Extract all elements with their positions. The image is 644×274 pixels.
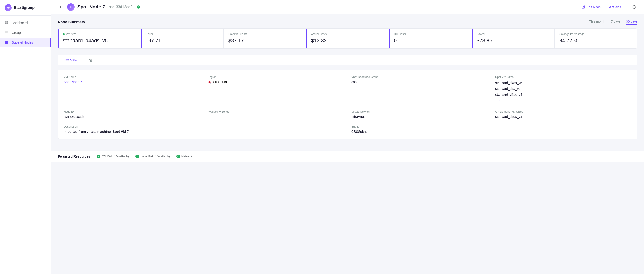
spot-vm-sizes-more[interactable]: +13 (495, 99, 500, 102)
detail-empty-1 (208, 125, 344, 134)
dashboard-icon (5, 21, 9, 25)
node-id-label: Node ID (64, 110, 200, 113)
svg-rect-10 (5, 42, 8, 43)
node-id-header: ssn-33d18ad2 (109, 5, 132, 9)
overview-tabs: Overview Log (58, 55, 637, 65)
os-disk-label: OS Disk (Re-attach) (102, 154, 129, 158)
svg-rect-5 (5, 32, 8, 32)
vm-status-dot (63, 33, 64, 35)
node-id-value: ssn-33d18ad2 (64, 115, 200, 119)
vm-name-label: VM Name (64, 75, 200, 79)
page-content: Node Summary This month 7 days 30 days V… (51, 14, 644, 151)
sidebar-logo[interactable]: Elastigroup (0, 0, 51, 16)
back-button[interactable] (58, 4, 64, 10)
tab-overview[interactable]: Overview (59, 55, 82, 65)
tab-this-month[interactable]: This month (589, 20, 605, 25)
detail-subnet: Subnet CBSSubnet (352, 125, 488, 134)
hours-label: Hours (146, 33, 219, 36)
sidebar-item-dashboard[interactable]: Dashboard (0, 18, 51, 28)
os-disk-check-icon: ✓ (97, 154, 100, 158)
spot-vm-size-3: standard_d4as_v4 (495, 92, 632, 98)
tab-30-days[interactable]: 30 days (626, 20, 638, 25)
metric-saved: Saved $73.85 (472, 29, 555, 48)
spot-vm-sizes-label: Spot VM Sizes (495, 75, 632, 79)
detail-node-id: Node ID ssn-33d18ad2 (64, 110, 200, 119)
detail-virtual-network: Virtual Network InfraVnet (352, 110, 488, 119)
detail-grid: VM Name Spot-Node-7 Region 🇬🇧 UK South V… (64, 75, 632, 134)
od-costs-value: 0 (394, 38, 467, 44)
spot-vm-size-1: standard_d4as_v5 (495, 80, 632, 86)
region-label: Region (208, 75, 344, 79)
svg-rect-3 (5, 23, 6, 24)
region-value: 🇬🇧 UK South (208, 80, 344, 84)
persisted-resources-title: Persisted Resources (58, 154, 90, 158)
actions-label: Actions (609, 5, 621, 9)
sidebar: Elastigroup Dashboard Groups (0, 0, 51, 274)
saved-label: Saved (476, 33, 550, 36)
region-text: UK South (213, 80, 227, 84)
network-check-icon: ✓ (176, 154, 180, 158)
detail-vm-name: VM Name Spot-Node-7 (64, 75, 200, 104)
tab-7-days[interactable]: 7 days (611, 20, 620, 25)
detail-region: Region 🇬🇧 UK South (208, 75, 344, 104)
savings-percentage-label: Savings Percentage (559, 33, 632, 36)
detail-vnet-resource-group: Vnet Resource Group cbs (352, 75, 488, 104)
svg-rect-9 (5, 41, 8, 42)
persisted-data-disk: ✓ Data Disk (Re-attach) (136, 154, 170, 158)
detail-spot-vm-sizes: Spot VM Sizes standard_d4as_v5 standard_… (495, 75, 632, 104)
sidebar-item-groups[interactable]: Groups (0, 28, 51, 38)
sidebar-nav: Dashboard Groups Stateful (0, 16, 51, 274)
sidebar-item-stateful-nodes[interactable]: Stateful Nodes (0, 38, 51, 47)
svg-point-12 (70, 6, 72, 8)
svg-rect-2 (7, 22, 8, 23)
page-header: Spot-Node-7 ssn-33d18ad2 Edit Node Actio… (51, 0, 644, 14)
vm-name-value[interactable]: Spot-Node-7 (64, 80, 200, 84)
data-disk-check-icon: ✓ (136, 154, 139, 158)
groups-icon (5, 31, 9, 35)
node-summary-title: Node Summary (58, 20, 85, 24)
svg-rect-11 (5, 43, 8, 44)
refresh-button[interactable] (631, 4, 638, 10)
detail-empty-2 (495, 125, 632, 134)
hours-value: 197.71 (146, 38, 219, 44)
detail-od-vm-sizes: On-Demand VM Sizes standard_d4ds_v4 (495, 110, 632, 119)
subnet-value: CBSSubnet (352, 130, 488, 134)
metric-od-costs: OD Costs 0 (389, 29, 472, 48)
tab-log[interactable]: Log (82, 55, 96, 65)
metric-savings-percentage: Savings Percentage 84.72 % (555, 29, 637, 48)
vm-size-label: VM Size (63, 33, 136, 36)
vm-size-value: standard_d4ads_v5 (63, 38, 136, 44)
vnet-label: Virtual Network (352, 110, 488, 113)
potential-costs-value: $87.17 (228, 38, 302, 44)
logo-icon (5, 4, 12, 11)
subnet-label: Subnet (352, 125, 488, 128)
sidebar-item-stateful-nodes-label: Stateful Nodes (12, 41, 33, 44)
detail-availability-zones: Availability Zones - (208, 110, 344, 119)
node-icon (67, 3, 74, 11)
metric-actual-costs: Actual Costs $13.32 (306, 29, 389, 48)
persisted-os-disk: ✓ OS Disk (Re-attach) (97, 154, 129, 158)
svg-rect-1 (5, 22, 6, 23)
app-name: Elastigroup (14, 6, 34, 10)
potential-costs-label: Potential Costs (228, 33, 302, 36)
vnet-rg-value: cbs (352, 80, 488, 84)
svg-point-0 (7, 7, 9, 9)
metric-potential-costs: Potential Costs $87.17 (224, 29, 306, 48)
persisted-network: ✓ Network (176, 154, 192, 158)
svg-rect-4 (7, 23, 8, 24)
saved-value: $73.85 (476, 38, 550, 44)
spot-vm-sizes-list: standard_d4as_v5 standard_d4a_v4 standar… (495, 80, 632, 104)
description-label: Description (64, 125, 200, 128)
edit-node-button[interactable]: Edit Node (579, 4, 604, 10)
data-disk-label: Data Disk (Re-attach) (140, 154, 170, 158)
node-name: Spot-Node-7 (78, 4, 105, 10)
az-value: - (208, 115, 344, 119)
od-vm-sizes-label: On-Demand VM Sizes (495, 110, 632, 113)
vnet-value: InfraVnet (352, 115, 488, 119)
edit-node-label: Edit Node (586, 5, 601, 9)
od-costs-label: OD Costs (394, 33, 467, 36)
actions-button[interactable]: Actions (606, 4, 628, 10)
vnet-rg-label: Vnet Resource Group (352, 75, 488, 79)
metrics-row: VM Size standard_d4ads_v5 Hours 197.71 P… (58, 29, 638, 49)
status-indicator (137, 5, 140, 9)
